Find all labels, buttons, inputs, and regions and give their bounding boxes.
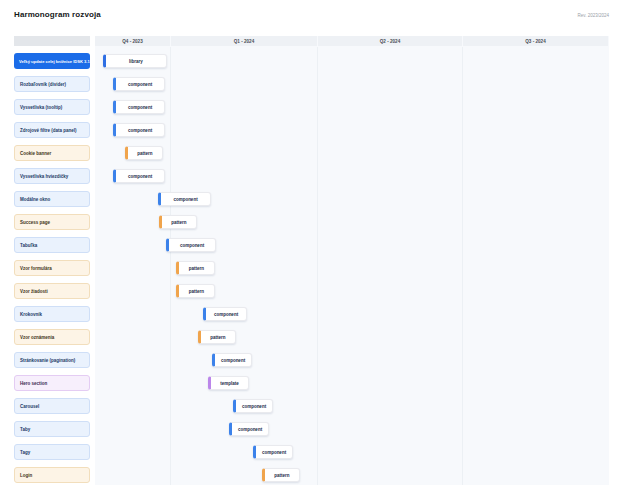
task-pill[interactable]: Cookie banner	[14, 145, 90, 161]
gantt-bar[interactable]: component	[212, 353, 252, 367]
task-pill[interactable]: Success page	[14, 214, 90, 230]
header-corner-cell	[14, 36, 90, 46]
quarter-header-2: Q1 - 2024	[171, 36, 317, 46]
task-pill[interactable]: Vzor žiadosti	[14, 283, 90, 299]
gantt-bar[interactable]: template	[208, 376, 249, 390]
task-pill[interactable]: Vysvetlivka (tooltip)	[14, 99, 90, 115]
gantt-bar[interactable]: component	[253, 445, 293, 459]
task-pill[interactable]: Tabuľka	[14, 237, 90, 253]
revision-label: Rev. 2023/2024	[578, 13, 609, 18]
page-title: Harmonogram rozvoja	[14, 10, 101, 19]
gantt-bar[interactable]: component	[113, 169, 165, 183]
gantt-bar[interactable]: component	[233, 399, 273, 413]
quarter-header-3: Q2 - 2024	[318, 36, 462, 46]
quarter-header-4: Q3 - 2024	[463, 36, 608, 46]
task-pill[interactable]: Vzor oznámenia	[14, 329, 90, 345]
task-pill[interactable]: Zdrojové filtre (data panel)	[14, 122, 90, 138]
task-pill[interactable]: Modálne okno	[14, 191, 90, 207]
task-pill[interactable]: Hero section	[14, 375, 90, 391]
gantt-bar[interactable]: component	[229, 422, 269, 436]
roadmap-canvas: Harmonogram rozvoja Rev. 2023/2024 Q4 - …	[0, 0, 624, 500]
gantt-bar[interactable]: pattern	[159, 215, 197, 229]
task-pill[interactable]: Vzor formulára	[14, 260, 90, 276]
gantt-bar[interactable]: pattern	[176, 284, 215, 298]
quarter-separator-line	[170, 47, 171, 485]
task-pill[interactable]: Rozbaľovník (divider)	[14, 76, 90, 92]
task-pill[interactable]: Taby	[14, 421, 90, 437]
quarter-header-1: Q4 - 2023	[95, 36, 170, 46]
gantt-bar[interactable]: pattern	[176, 261, 215, 275]
gantt-bar[interactable]: library	[103, 54, 167, 68]
task-pill[interactable]: Login	[14, 467, 90, 483]
task-pill[interactable]: Tagy	[14, 444, 90, 460]
task-pill[interactable]: Veľký update celej knižnice IDSK 3.1	[14, 53, 90, 69]
task-pill[interactable]: Stránkovanie (pagination)	[14, 352, 90, 368]
gantt-bar[interactable]: component	[113, 77, 165, 91]
quarter-separator-line	[462, 47, 463, 485]
gantt-bar[interactable]: pattern	[262, 468, 300, 482]
quarter-separator-line	[317, 47, 318, 485]
gantt-bar[interactable]: pattern	[125, 146, 163, 160]
gantt-bar[interactable]: pattern	[198, 330, 236, 344]
task-pill[interactable]: Krokovník	[14, 306, 90, 322]
timeline-background	[95, 36, 609, 485]
gantt-bar[interactable]: component	[113, 100, 165, 114]
task-pill[interactable]: Carousel	[14, 398, 90, 414]
gantt-bar[interactable]: component	[113, 123, 165, 137]
task-pill[interactable]: Vysvetlivka hviezdičky	[14, 168, 90, 184]
gantt-bar[interactable]: component	[158, 192, 211, 206]
gantt-bar[interactable]: component	[166, 238, 216, 252]
gantt-bar[interactable]: component	[203, 307, 247, 321]
